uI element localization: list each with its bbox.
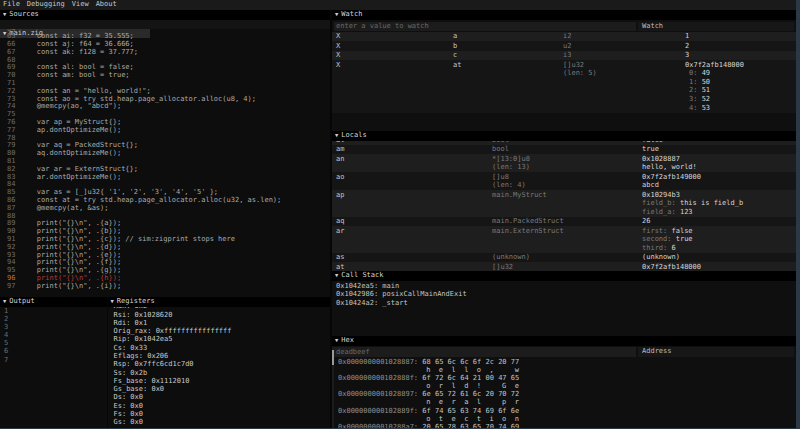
collapse-icon[interactable]: ▼	[335, 337, 338, 343]
locals-row[interactable]: armain.ExternStructfirst: falsesecond: t…	[332, 226, 796, 253]
line-number[interactable]: 97	[0, 283, 20, 291]
value-line: 0x1028887	[642, 155, 697, 164]
variable-type: bool	[492, 141, 509, 145]
menu-bar: FileDebuggingViewAbout	[0, 0, 800, 10]
watch-input[interactable]	[334, 22, 636, 32]
collapse-icon[interactable]: ▼	[111, 298, 114, 304]
watch-row[interactable]: Xat[]u32(len: 5)0x7f2afb1480000: 491: 50…	[332, 60, 796, 112]
watch-delete-button[interactable]: X	[336, 32, 340, 41]
code-text: print("{}\n", .{c}); // sim:zigprint sto…	[20, 235, 235, 243]
output-panel: ▼Output 1234567	[0, 297, 107, 429]
variable-type: *[13:0]u8(len: 13)	[492, 155, 530, 172]
watch-panel-header[interactable]: ▼Watch	[332, 10, 796, 20]
value-line: field_a: 123	[642, 208, 743, 217]
register-row: Es: 0x0	[108, 402, 331, 410]
variable-value: false	[642, 141, 663, 145]
locals-row[interactable]: ambooltrue	[332, 145, 796, 154]
watch-row[interactable]: Xbu22	[332, 41, 796, 50]
collapse-icon[interactable]: ▼	[335, 132, 338, 138]
locals-row[interactable]: an*[13:0]u8(len: 13)0x1028887hello, worl…	[332, 154, 796, 172]
register-row: Fs_base: 0x1112010	[108, 377, 331, 385]
locals-row[interactable]: as(unknown)(unknown)	[332, 253, 796, 262]
variable-type: u2	[563, 42, 571, 51]
value-line: 1: 50	[685, 78, 744, 87]
collapse-icon[interactable]: ▼	[335, 11, 338, 17]
value-segment: 52	[702, 95, 710, 103]
source-line: 97 print("{}\n", .{i});	[0, 283, 330, 291]
hex-ascii: o r l d ! G e	[338, 382, 519, 390]
callstack-frame[interactable]: 0x10424a2: _start	[332, 299, 796, 308]
locals-panel-header[interactable]: ▼Locals	[332, 131, 796, 141]
type-line: bool	[492, 141, 509, 145]
watch-delete-button[interactable]: X	[336, 51, 340, 60]
code-text: print("{}\n", .{b});	[20, 227, 121, 235]
hex-bytes: 6e 65 72 61 6c 20 70 72	[422, 390, 519, 398]
value-segment: 0x7f2afb148000	[642, 263, 701, 271]
variable-name: ao	[336, 173, 344, 182]
callstack-panel-header[interactable]: ▼Call Stack	[332, 271, 796, 281]
menu-item-about[interactable]: About	[96, 0, 117, 9]
hex-row: 0x0000000001028887: 68 65 6c 6c 6f 2c 20…	[332, 358, 796, 374]
value-line: 3: 52	[685, 95, 744, 104]
type-line: i3	[563, 51, 571, 60]
variable-name: c	[453, 51, 457, 60]
collapse-icon[interactable]: ▼	[3, 298, 6, 304]
variable-name: an	[336, 155, 344, 164]
hex-bytes: 6f 74 65 63 74 69 6f 6e	[422, 407, 519, 415]
hex-scrollbar-thumb[interactable]	[332, 350, 334, 365]
collapse-icon[interactable]: ▼	[3, 11, 6, 17]
code-text: print("{}\n", .{d});	[20, 243, 121, 251]
hex-address: 0x0000000001028887:	[338, 358, 422, 366]
type-line: []u32	[492, 263, 513, 271]
callstack-frame[interactable]: 0x1042986: posixCallMainAndExit	[332, 290, 796, 299]
menu-item-view[interactable]: View	[72, 0, 89, 9]
hex-panel-header[interactable]: ▼Hex	[332, 336, 796, 346]
code-text: const at = try std.heap.page_allocator.a…	[20, 196, 281, 204]
value-segment: field_b:	[642, 199, 680, 207]
watch-panel-title: Watch	[341, 10, 362, 18]
hex-scrollbar[interactable]	[332, 347, 334, 429]
output-panel-header[interactable]: ▼Output	[0, 297, 107, 307]
watch-input-row: Watch	[334, 22, 794, 32]
variable-name: aq	[336, 217, 344, 226]
menu-item-debugging[interactable]: Debugging	[27, 0, 65, 9]
code-editor[interactable]: 6465 const ai: f32 = 35.555;66 const aj:…	[0, 29, 330, 297]
register-row: Rdi: 0x1	[108, 319, 331, 327]
variable-type: []u32(len: 5)	[563, 61, 597, 78]
hex-bytes: 68 65 6c 6c 6f 2c 20 77	[422, 358, 519, 366]
locals-row[interactable]: ao[]u8(len: 4)0x7f2afb149000abcd	[332, 172, 796, 190]
code-text: var ap = MyStruct{};	[20, 118, 121, 126]
locals-row[interactable]: aqmain.PackedStruct26	[332, 217, 796, 226]
sources-panel-header[interactable]: ▼Sources	[0, 10, 330, 20]
callstack-frame[interactable]: 0x1042ea5: main	[332, 282, 796, 291]
variable-name: am	[336, 145, 344, 154]
value-segment: hello, world!	[642, 163, 697, 171]
watch-row[interactable]: Xai21	[332, 32, 796, 41]
variable-value: 0x1028887hello, world!	[642, 155, 697, 172]
value-line: hello, world!	[642, 163, 697, 172]
locals-row[interactable]: apmain.MyStruct0x10294b3field_b: this is…	[332, 190, 796, 217]
watch-delete-button[interactable]: X	[336, 42, 340, 51]
hex-row: 0x000000000102888f: 6f 72 6c 64 21 00 47…	[332, 374, 796, 390]
menu-item-file[interactable]: File	[3, 0, 20, 9]
value-segment: field_a:	[642, 208, 680, 216]
locals-row[interactable]: at[]u320x7f2afb148000	[332, 262, 796, 271]
source-line: 77 ap.dontOptimizeMe();	[0, 127, 330, 135]
value-segment: this is field_b	[680, 199, 743, 207]
watch-delete-button[interactable]: X	[336, 61, 340, 70]
value-segment: 6	[672, 244, 676, 252]
hex-address-button[interactable]: Address	[638, 347, 794, 357]
variable-type: main.MyStruct	[492, 191, 547, 200]
type-line: []u8	[492, 173, 526, 182]
code-text: print("{}\n", .{g});	[20, 266, 121, 274]
watch-row[interactable]: Xci33	[332, 51, 796, 60]
registers-panel-header[interactable]: ▼Registers	[108, 297, 331, 307]
watch-add-button[interactable]: Watch	[638, 22, 794, 32]
hex-address: 0x000000000102888f:	[338, 374, 422, 382]
code-text: @memcpy(at, &as);	[20, 204, 109, 212]
value-segment: true	[676, 235, 693, 243]
hex-address-input[interactable]	[334, 347, 636, 357]
variable-value: 0x10294b3field_b: this is field_bfield_a…	[642, 191, 743, 217]
collapse-icon[interactable]: ▼	[335, 272, 338, 278]
right-scrollbar[interactable]	[796, 0, 800, 429]
